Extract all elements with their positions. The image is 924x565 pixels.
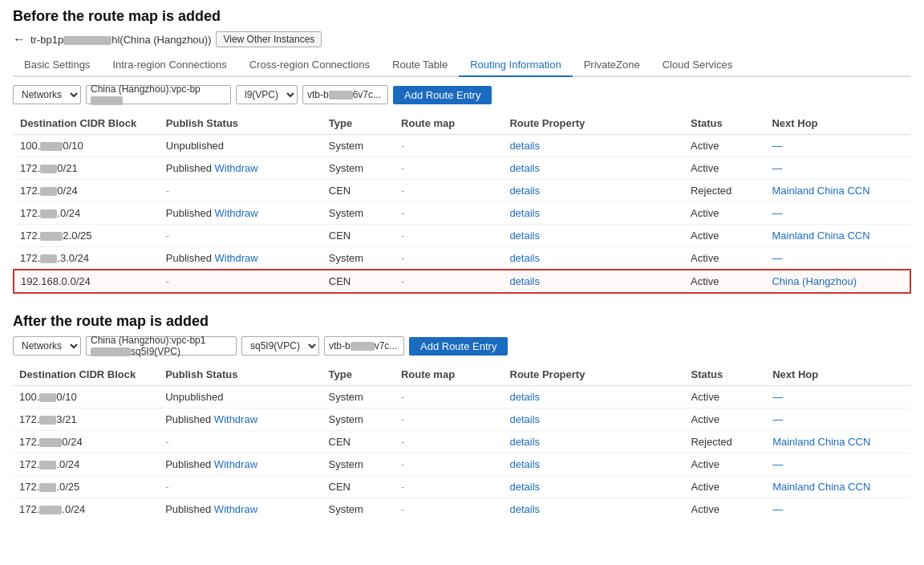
route-property-cell[interactable]: details [504,409,685,431]
table-row: 172. 0/24-CEN-detailsRejectedMainland Ch… [14,180,910,202]
nexthop-link[interactable]: China (Hangzhou) [772,275,857,287]
withdraw-link[interactable]: Withdraw [215,162,258,174]
vpc-select-before[interactable]: China (Hangzhou):vpc-bp... [86,85,231,104]
route-property-cell[interactable]: details [503,135,684,157]
nexthop-cell[interactable]: Mainland China CCN [765,180,910,202]
route-property-cell[interactable]: details [503,202,684,225]
details-link[interactable]: details [509,252,540,264]
route-property-cell[interactable]: details [504,476,685,498]
publish-dash: - [166,185,169,197]
publish-status-cell: Published Withdraw [159,498,322,521]
status-cell: Active [684,386,766,409]
after-heading: After the route map is added [13,313,911,330]
details-link[interactable]: details [509,140,540,152]
col-header-cidr: Destination CIDR Block [14,112,160,135]
instance-name: tr-bp1p hl(China (Hangzhou)) [30,34,211,46]
tab-basic-settings[interactable]: Basic Settings [13,54,101,77]
cidr-cell: 192.168.0.0/24 [14,270,160,293]
tab-intra-region[interactable]: Intra-region Connections [101,54,237,77]
withdraw-link[interactable]: Withdraw [215,252,258,264]
route-property-cell[interactable]: details [503,270,684,293]
type-select-before[interactable]: l9(VPC) [236,85,298,104]
table-row: 100. 0/10UnpublishedSystem-detailsActive… [14,135,910,157]
table-row: 172. .3.0/24Published WithdrawSystem-det… [14,247,910,270]
status-cell: Active [684,270,766,293]
publish-status-cell: Unpublished [159,386,322,409]
withdraw-link[interactable]: Withdraw [214,458,257,470]
cidr-cell: 100. 0/10 [13,386,159,409]
type-cell: CEN [322,180,395,202]
nexthop-cell[interactable]: Mainland China CCN [766,431,911,453]
nexthop-link[interactable]: Mainland China CCN [772,230,869,242]
route-property-cell[interactable]: details [503,247,684,270]
route-property-cell[interactable]: details [504,453,685,476]
add-route-entry-button-before[interactable]: Add Route Entry [393,86,492,104]
tab-cloud-services[interactable]: Cloud Services [651,54,744,77]
withdraw-link[interactable]: Withdraw [215,207,258,219]
status-cell: Active [684,202,766,225]
withdraw-link[interactable]: Withdraw [214,413,257,425]
col-header-nexthop: Next Hop [765,112,910,135]
table-row: 192.168.0.0/24-CEN-detailsActiveChina (H… [14,270,910,293]
publish-status-cell: - [160,270,322,293]
withdraw-link[interactable]: Withdraw [214,503,257,515]
status-cell: Active [684,498,766,521]
publish-status-cell: - [160,225,322,247]
nexthop-cell[interactable]: Mainland China CCN [766,476,911,498]
details-link[interactable]: details [510,481,541,493]
add-route-entry-button-after[interactable]: Add Route Entry [409,337,508,356]
type-cell: CEN [322,476,395,498]
nexthop-link[interactable]: Mainland China CCN [772,481,870,493]
route-property-cell[interactable]: details [504,431,685,453]
col-header-routemap-after: Route map [395,364,504,386]
nexthop-link[interactable]: Mainland China CCN [772,185,869,197]
tab-cross-region[interactable]: Cross-region Connections [238,54,381,77]
nexthop-cell[interactable]: Mainland China CCN [765,225,910,247]
details-link[interactable]: details [510,391,541,403]
nexthop-cell[interactable]: China (Hangzhou) [765,270,910,293]
nexthop-dash: — [772,162,782,174]
type-cell: System [322,409,395,431]
route-property-cell[interactable]: details [503,225,684,247]
nexthop-cell: — [766,453,911,476]
networks-select-before[interactable]: Networks [13,85,81,104]
publish-dash: - [165,481,168,493]
tab-privatezone[interactable]: PrivateZone [573,54,651,77]
cidr-cell: 172. .0/24 [13,453,159,476]
details-link[interactable]: details [509,162,540,174]
publish-status-cell: - [160,180,322,202]
route-property-cell[interactable]: details [504,386,685,409]
nexthop-link[interactable]: Mainland China CCN [772,436,870,448]
details-link[interactable]: details [510,458,541,470]
published-label: Published [166,162,212,174]
view-other-instances-button[interactable]: View Other Instances [216,31,322,47]
networks-select-after[interactable]: Networks [13,336,81,356]
details-link[interactable]: details [509,275,540,287]
cidr-cell: 100. 0/10 [14,135,160,157]
col-header-routemap: Route map [395,112,503,135]
routemap-cell: - [395,386,504,409]
vpc-select-after[interactable]: China (Hangzhou):vpc-bp1... [86,336,237,356]
published-label: Published [165,413,211,425]
details-link[interactable]: details [509,207,540,219]
vtb-select-after[interactable]: vtb-b...v7c... [324,336,404,356]
nexthop-dash: — [772,391,783,403]
cidr-cell: 172. 2.0/25 [14,225,160,247]
details-link[interactable]: details [509,185,540,197]
route-property-cell[interactable]: details [503,180,684,202]
publish-status-cell: Published Withdraw [160,202,322,225]
col-header-nexthop-after: Next Hop [766,364,911,386]
publish-status-cell: Unpublished [160,135,322,157]
type-cell: System [322,135,395,157]
route-property-cell[interactable]: details [503,157,684,180]
details-link[interactable]: details [510,503,541,515]
type-select-after[interactable]: sq5I9(VPC) [241,336,319,356]
details-link[interactable]: details [510,436,541,448]
back-arrow-icon[interactable]: ← [13,32,26,47]
tab-routing-information[interactable]: Routing Information [459,54,572,77]
route-property-cell[interactable]: details [504,498,685,521]
details-link[interactable]: details [510,413,541,425]
details-link[interactable]: details [509,230,540,242]
tab-route-table[interactable]: Route Table [381,54,459,77]
vtb-select-before[interactable]: vtb-b...6v7c... [302,85,388,104]
